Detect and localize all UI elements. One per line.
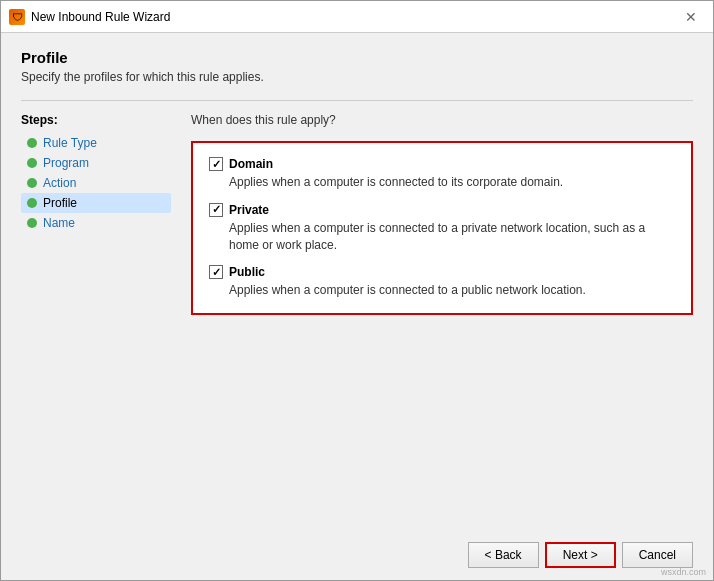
divider xyxy=(21,100,693,101)
page-title: Profile xyxy=(21,49,693,66)
step-dot-program xyxy=(27,158,37,168)
step-dot-profile xyxy=(27,198,37,208)
public-checkbox-row: Public xyxy=(209,265,675,279)
sidebar-item-action[interactable]: Action xyxy=(21,173,171,193)
right-panel: When does this rule apply? Domain Applie… xyxy=(181,113,693,568)
domain-checkbox-row: Domain xyxy=(209,157,675,171)
domain-checkbox[interactable] xyxy=(209,157,223,171)
private-checkbox-row: Private xyxy=(209,203,675,217)
sidebar-item-program[interactable]: Program xyxy=(21,153,171,173)
private-desc: Applies when a computer is connected to … xyxy=(209,220,675,254)
back-button[interactable]: < Back xyxy=(468,542,539,568)
step-dot-name xyxy=(27,218,37,228)
page-subtitle: Specify the profiles for which this rule… xyxy=(21,70,693,84)
step-label-rule-type: Rule Type xyxy=(43,136,97,150)
bottom-buttons: < Back Next > Cancel xyxy=(191,532,693,568)
domain-name: Domain xyxy=(229,157,273,171)
page-header: Profile Specify the profiles for which t… xyxy=(21,49,693,96)
main-body: Steps: Rule Type Program Action Profile xyxy=(21,113,693,568)
profiles-box: Domain Applies when a computer is connec… xyxy=(191,141,693,315)
step-label-program: Program xyxy=(43,156,89,170)
step-dot-rule-type xyxy=(27,138,37,148)
domain-desc: Applies when a computer is connected to … xyxy=(209,174,675,191)
content-area: Profile Specify the profiles for which t… xyxy=(1,33,713,580)
profile-option-public: Public Applies when a computer is connec… xyxy=(209,265,675,299)
public-checkbox[interactable] xyxy=(209,265,223,279)
titlebar: New Inbound Rule Wizard ✕ xyxy=(1,1,713,33)
cancel-button[interactable]: Cancel xyxy=(622,542,693,568)
private-checkbox[interactable] xyxy=(209,203,223,217)
watermark: wsxdn.com xyxy=(661,567,706,577)
step-label-action: Action xyxy=(43,176,76,190)
steps-label: Steps: xyxy=(21,113,171,127)
next-button[interactable]: Next > xyxy=(545,542,616,568)
step-label-profile: Profile xyxy=(43,196,77,210)
close-button[interactable]: ✕ xyxy=(677,7,705,27)
private-name: Private xyxy=(229,203,269,217)
profile-option-private: Private Applies when a computer is conne… xyxy=(209,203,675,254)
window-title: New Inbound Rule Wizard xyxy=(31,10,677,24)
app-icon xyxy=(9,9,25,25)
wizard-window: New Inbound Rule Wizard ✕ Profile Specif… xyxy=(0,0,714,581)
question-text: When does this rule apply? xyxy=(191,113,693,127)
sidebar: Steps: Rule Type Program Action Profile xyxy=(21,113,181,568)
profile-option-domain: Domain Applies when a computer is connec… xyxy=(209,157,675,191)
sidebar-item-profile[interactable]: Profile xyxy=(21,193,171,213)
public-desc: Applies when a computer is connected to … xyxy=(209,282,675,299)
step-label-name: Name xyxy=(43,216,75,230)
sidebar-item-rule-type[interactable]: Rule Type xyxy=(21,133,171,153)
public-name: Public xyxy=(229,265,265,279)
step-dot-action xyxy=(27,178,37,188)
sidebar-item-name[interactable]: Name xyxy=(21,213,171,233)
